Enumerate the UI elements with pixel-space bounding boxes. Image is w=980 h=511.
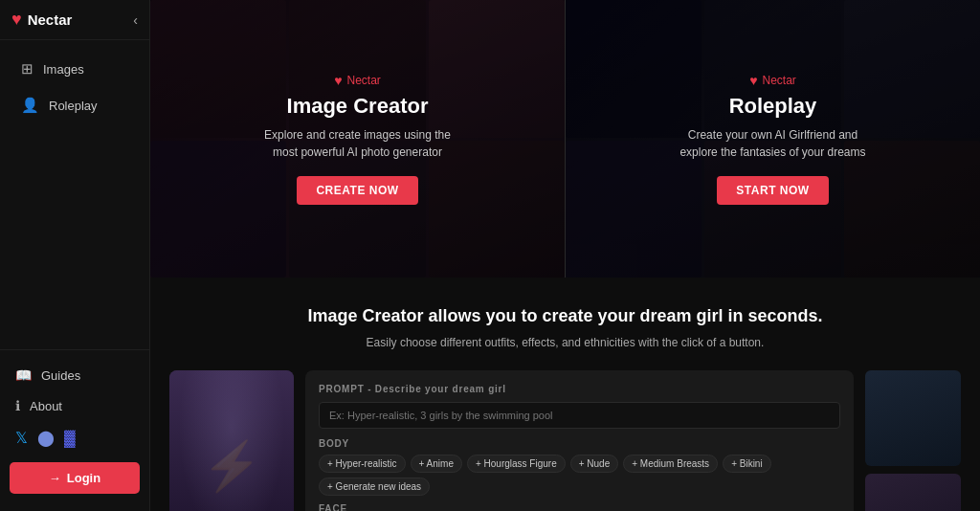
sidebar-item-about-label: About [30,399,62,413]
login-icon: → [49,471,61,485]
badge-heart-icon: ♥ [334,73,342,88]
hero-right-title: Roleplay [668,94,879,119]
hero-left-content: ♥ Nectar Image Creator Explore and creat… [253,73,463,205]
main-content: ♥ Nectar Image Creator Explore and creat… [150,0,980,511]
twitter-icon[interactable]: 𝕏 [15,429,28,447]
reddit-icon[interactable]: ⬤ [37,429,55,447]
section2-content: ⚡ PROMPT - Describe your dream girl BODY… [169,370,961,511]
prompt-section-label: PROMPT - Describe your dream girl [319,384,840,394]
hero-card-image-creator: ♥ Nectar Image Creator Explore and creat… [150,0,565,278]
sidebar-header: ♥ Nectar ‹ [0,0,149,40]
hero-section: ♥ Nectar Image Creator Explore and creat… [150,0,980,278]
hero-right-content: ♥ Nectar Roleplay Create your own AI Gir… [668,73,879,205]
sidebar-item-images-label: Images [43,62,84,77]
social-icons-row: 𝕏 ⬤ ▓ [0,421,149,455]
brand-heart-icon: ♥ [11,10,22,30]
images-icon: ⊞ [21,60,33,78]
hero-right-desc: Create your own AI Girlfriend and explor… [668,126,879,161]
sidebar: ♥ Nectar ‹ ⊞ Images 👤 Roleplay 📖 Guides … [0,0,150,511]
body-section-label: BODY [319,438,840,449]
start-now-button[interactable]: START NOW [717,176,828,205]
tag-anime[interactable]: + Anime [411,455,462,473]
hero-left-badge-text: Nectar [346,74,380,87]
badge-heart-icon-2: ♥ [749,73,757,88]
tag-medium-breasts[interactable]: + Medium Breasts [623,455,718,473]
tag-hyper-realistic[interactable]: + Hyper-realistic [319,455,406,473]
tag-bikini[interactable]: + Bikini [723,455,771,473]
about-icon: ℹ [15,398,20,413]
right-image-blocks [865,370,961,511]
sidebar-item-about[interactable]: ℹ About [0,390,149,421]
login-label: Login [67,471,100,485]
hero-left-badge: ♥ Nectar [253,73,463,88]
roleplay-icon: 👤 [21,97,39,114]
section2: Image Creator allows you to create your … [150,278,980,511]
character-image-left: ⚡ [169,370,294,511]
discord-icon[interactable]: ▓ [64,430,76,447]
right-img-1 [865,370,961,466]
sidebar-item-guides-label: Guides [41,368,80,383]
sidebar-item-guides[interactable]: 📖 Guides [0,360,149,390]
tag-hourglass[interactable]: + Hourglass Figure [467,455,566,473]
hero-right-badge: ♥ Nectar [668,73,879,88]
brand-name: Nectar [28,11,73,28]
angel-character: ⚡ [169,370,294,511]
tag-generate-ideas[interactable]: + Generate new ideas [319,478,430,496]
sidebar-item-roleplay[interactable]: 👤 Roleplay [6,88,144,122]
hero-card-roleplay: ♥ Nectar Roleplay Create your own AI Gir… [566,0,980,278]
brand: ♥ Nectar [11,10,72,30]
section2-desc: Easily choose different outfits, effects… [169,334,961,351]
hero-left-title: Image Creator [253,94,463,119]
hero-right-badge-text: Nectar [762,74,795,87]
right-img-2 [865,474,961,511]
login-button[interactable]: → Login [10,462,140,494]
create-now-button[interactable]: CREATE NOW [297,176,417,205]
body-tags-row: + Hyper-realistic + Anime + Hourglass Fi… [319,455,840,496]
prompt-input[interactable] [319,402,840,429]
sidebar-collapse-button[interactable]: ‹ [133,12,138,28]
tag-nude[interactable]: + Nude [570,455,619,473]
prompt-panel: PROMPT - Describe your dream girl BODY +… [305,370,854,511]
sidebar-item-roleplay-label: Roleplay [49,99,98,113]
guides-icon: 📖 [15,367,32,383]
sidebar-item-images[interactable]: ⊞ Images [6,52,144,86]
sidebar-nav: ⊞ Images 👤 Roleplay [0,40,149,349]
sidebar-bottom: 📖 Guides ℹ About 𝕏 ⬤ ▓ → Login [0,349,149,511]
face-section-label: FACE [319,503,840,511]
section2-title: Image Creator allows you to create your … [169,306,961,326]
hero-left-desc: Explore and create images using the most… [253,126,463,161]
